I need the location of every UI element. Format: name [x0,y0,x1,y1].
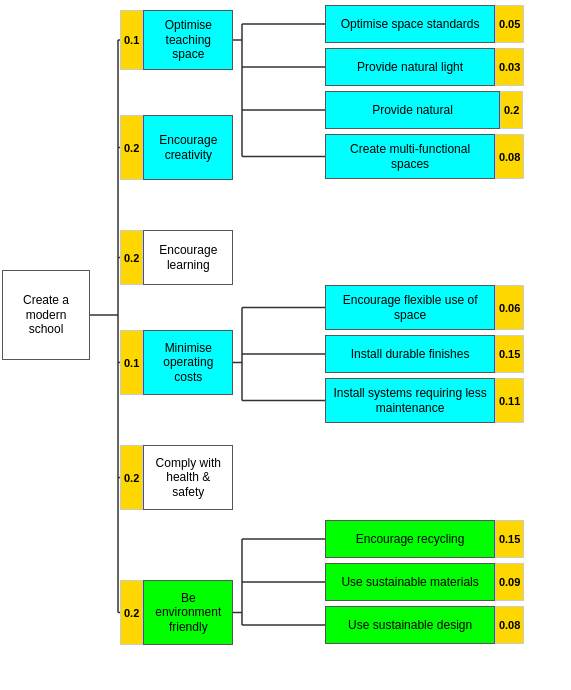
tree-node-l1_6: 0.2Be environment friendly [120,580,234,645]
badge-l1_3: 0.2 [120,230,143,285]
badge-l1_1: 0.1 [120,10,143,70]
badge-l1_4: 0.1 [120,330,143,395]
root-label: Create a modern school [2,270,90,360]
tree-node-l2_6: Install durable finishes0.15 [325,335,524,373]
badge-l1_2: 0.2 [120,115,143,180]
badge-l2_10: 0.08 [495,606,524,644]
label-l1_5: Comply with health & safety [143,445,233,510]
label-l1_2: Encourage creativity [143,115,233,180]
tree-node-l2_4: Create multi-functional spaces0.08 [325,134,524,179]
tree-node-l2_1: Optimise space standards0.05 [325,5,524,43]
badge-l2_6: 0.15 [495,335,524,373]
label-l2_4: Create multi-functional spaces [325,134,495,179]
badge-l2_2: 0.03 [495,48,524,86]
badge-l2_3: 0.2 [500,91,523,129]
badge-l2_8: 0.15 [495,520,524,558]
tree-node-l2_8: Encourage recycling0.15 [325,520,524,558]
badge-l2_7: 0.11 [495,378,524,423]
label-l2_10: Use sustainable design [325,606,495,644]
badge-l2_5: 0.06 [495,285,524,330]
tree-node-l2_7: Install systems requiring less maintenan… [325,378,524,423]
tree-node-l1_1: 0.1Optimise teaching space [120,10,234,70]
label-l1_3: Encourage learning [143,230,233,285]
tree-node-l1_2: 0.2Encourage creativity [120,115,234,180]
badge-l1_5: 0.2 [120,445,143,510]
label-l2_6: Install durable finishes [325,335,495,373]
label-l2_9: Use sustainable materials [325,563,495,601]
label-l2_3: Provide natural [325,91,500,129]
label-l2_5: Encourage flexible use of space [325,285,495,330]
badge-l2_9: 0.09 [495,563,524,601]
tree-container: Create a modern school0.1Optimise teachi… [0,0,571,690]
tree-node-l2_10: Use sustainable design0.08 [325,606,524,644]
tree-node-l2_2: Provide natural light0.03 [325,48,524,86]
tree-node-l1_3: 0.2Encourage learning [120,230,234,285]
label-l1_4: Minimise operating costs [143,330,233,395]
tree-node-l2_5: Encourage flexible use of space0.06 [325,285,524,330]
badge-l1_6: 0.2 [120,580,143,645]
tree-node-l2_3: Provide natural0.2 [325,91,524,129]
label-l2_8: Encourage recycling [325,520,495,558]
label-l2_7: Install systems requiring less maintenan… [325,378,495,423]
tree-node-l1_5: 0.2Comply with health & safety [120,445,234,510]
label-l1_1: Optimise teaching space [143,10,233,70]
badge-l2_1: 0.05 [495,5,524,43]
label-l1_6: Be environment friendly [143,580,233,645]
label-l2_1: Optimise space standards [325,5,495,43]
label-l2_2: Provide natural light [325,48,495,86]
badge-l2_4: 0.08 [495,134,524,179]
tree-node-l1_4: 0.1Minimise operating costs [120,330,234,395]
tree-node-l2_9: Use sustainable materials0.09 [325,563,524,601]
root-node: Create a modern school [2,270,90,360]
